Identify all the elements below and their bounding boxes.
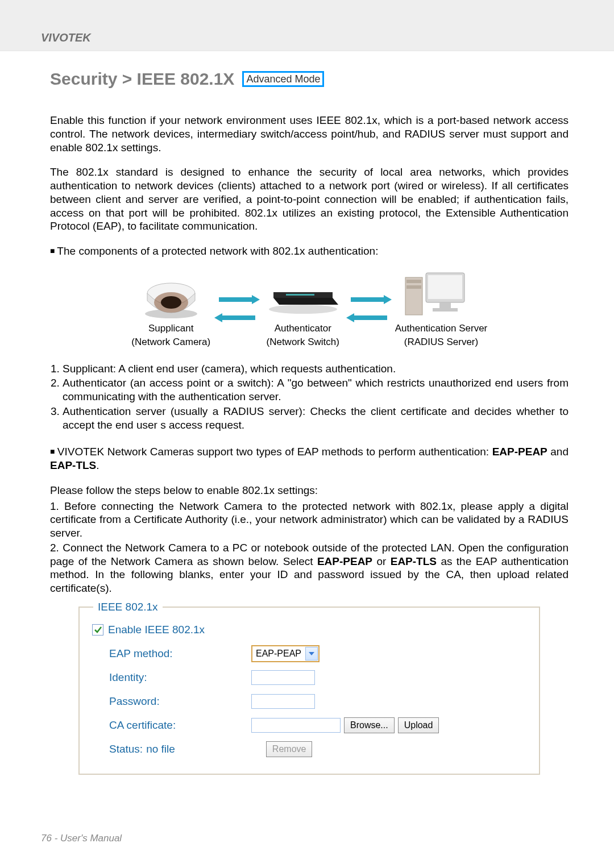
svg-marker-21 — [309, 652, 314, 655]
step-1: 1. Before connecting the Network Camera … — [50, 500, 569, 540]
page-footer: 76 - User's Manual — [0, 833, 614, 844]
switch-icon — [263, 269, 343, 321]
arrows-2 — [346, 293, 392, 325]
ieee8021x-fieldset: IEEE 802.1x Enable IEEE 802.1x EAP metho… — [78, 607, 540, 775]
network-diagram: Supplicant (Network Camera) Authenticato… — [50, 269, 569, 348]
authenticator-caption-2: (Network Switch) — [263, 337, 343, 348]
list-item: Authentication server (usually a RADIUS … — [63, 405, 569, 432]
definitions-list: Supplicant: A client end user (camera), … — [50, 362, 569, 432]
password-label: Password: — [109, 695, 251, 708]
svg-rect-16 — [439, 302, 451, 308]
svg-point-3 — [161, 296, 181, 309]
svg-point-8 — [269, 305, 337, 314]
upload-button[interactable]: Upload — [398, 717, 439, 733]
ca-cert-input[interactable] — [251, 718, 341, 733]
svg-marker-7 — [214, 313, 222, 322]
chevron-down-icon — [305, 647, 318, 661]
server-caption-2: (RADIUS Server) — [395, 337, 488, 348]
supplicant-caption-2: (Network Camera) — [131, 337, 211, 348]
paragraph-2: The 802.1x standard is designed to enhan… — [50, 165, 569, 233]
paragraph-1: Enable this function if your network env… — [50, 114, 569, 154]
svg-rect-17 — [433, 308, 458, 312]
identity-label: Identity: — [109, 671, 251, 684]
svg-marker-11 — [384, 295, 392, 304]
mode-badge: Advanced Mode — [242, 71, 324, 87]
components-heading: The components of a protected network wi… — [50, 244, 569, 258]
svg-rect-20 — [406, 285, 421, 289]
browse-button[interactable]: Browse... — [344, 717, 395, 733]
eap-method-value: EAP-PEAP — [252, 649, 305, 659]
eap-method-label: EAP method: — [109, 647, 251, 660]
status-label: Status: — [109, 743, 143, 755]
svg-rect-15 — [428, 275, 462, 299]
page-title: Security > IEEE 802.1X — [50, 69, 234, 89]
steps-intro: Please follow the steps below to enable … — [50, 484, 569, 497]
server-icon — [395, 269, 475, 321]
camera-icon — [131, 269, 211, 321]
ca-cert-label: CA certificate: — [109, 719, 251, 732]
svg-rect-9 — [286, 294, 314, 296]
svg-marker-13 — [346, 313, 354, 322]
identity-input[interactable] — [251, 670, 315, 685]
eap-method-select[interactable]: EAP-PEAP — [251, 645, 320, 662]
remove-button[interactable]: Remove — [266, 741, 313, 757]
fieldset-legend: IEEE 802.1x — [93, 601, 163, 613]
enable-label: Enable IEEE 802.1x — [108, 624, 205, 636]
support-line: VIVOTEK Network Cameras support two type… — [50, 445, 569, 472]
svg-marker-5 — [252, 295, 260, 304]
server-caption-1: Authentication Server — [395, 323, 488, 334]
arrows-1 — [214, 293, 260, 325]
enable-checkbox[interactable] — [92, 624, 103, 636]
list-item: Supplicant: A client end user (camera), … — [63, 362, 569, 376]
authenticator-caption-1: Authenticator — [263, 323, 343, 334]
supplicant-caption-1: Supplicant — [131, 323, 211, 334]
password-input[interactable] — [251, 694, 315, 709]
svg-rect-19 — [406, 280, 421, 283]
list-item: Authenticator (an access point or a swit… — [63, 376, 569, 404]
status-value: no file — [146, 743, 175, 755]
step-2: 2. Connect the Network Camera to a PC or… — [50, 541, 569, 595]
brand-label: VIVOTEK — [41, 31, 91, 44]
